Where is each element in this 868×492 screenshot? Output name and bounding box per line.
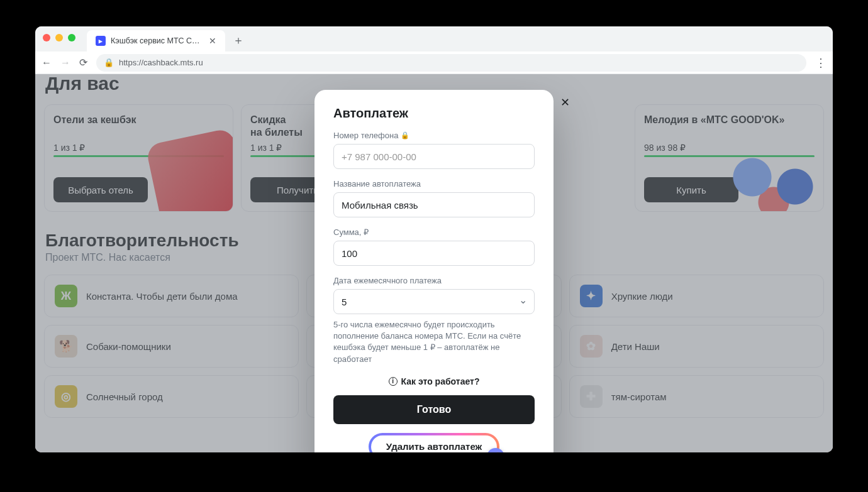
charity-name: Собаки-помощники — [86, 341, 171, 352]
browser-tab[interactable]: ▸ Кэшбэк сервис МТС Cashback ✕ — [87, 30, 225, 52]
amount-label: Сумма, ₽ — [333, 227, 535, 237]
charity-card[interactable]: 🐕Собаки-помощники — [44, 325, 299, 368]
address-bar[interactable]: 🔒 https://cashback.mts.ru — [96, 54, 806, 72]
charity-logo-icon: ✦ — [580, 285, 603, 307]
new-tab-button[interactable]: ＋ — [233, 33, 244, 52]
url-text: https://cashback.mts.ru — [119, 58, 203, 67]
offer-artwork-icon — [720, 152, 824, 212]
charity-logo-icon: 🐕 — [55, 335, 77, 358]
charity-logo-icon: Ж — [55, 285, 77, 307]
browser-window: ▸ Кэшбэк сервис МТС Cashback ✕ ＋ ← → ⟳ 🔒… — [35, 26, 833, 452]
charity-card[interactable]: ✿Дети Наши — [569, 325, 824, 368]
tab-title: Кэшбэк сервис МТС Cashback — [111, 36, 204, 45]
date-field-group: Дата ежемесячного платежа 5-го числа еже… — [333, 276, 535, 365]
delete-autopayment-button[interactable]: Удалить автоплатеж — [371, 435, 497, 452]
date-label: Дата ежемесячного платежа — [333, 276, 535, 285]
amount-field-group: Сумма, ₽ — [333, 227, 535, 266]
minimize-window-icon[interactable] — [55, 34, 63, 41]
charity-name: Хрупкие люди — [611, 291, 673, 302]
tab-favicon-icon: ▸ — [96, 36, 106, 46]
close-window-icon[interactable] — [43, 34, 50, 41]
offer-artwork-icon — [145, 128, 233, 212]
date-select[interactable] — [333, 289, 535, 314]
delete-highlight: Удалить автоплатеж ☝ — [369, 433, 499, 452]
charity-logo-icon: ◎ — [55, 385, 77, 408]
charity-name: тям-сиротам — [611, 391, 667, 402]
offer-price: 98 из 98 ₽ — [644, 143, 815, 153]
phone-field-group: Номер телефона 🔒 — [333, 131, 535, 169]
offer-title: Мелодия в «МТС GOOD'OK» — [644, 114, 815, 139]
date-helper-text: 5-го числа ежемесячно будет происходить … — [333, 319, 535, 365]
phone-input — [333, 144, 535, 169]
charity-name: Солнечный город — [86, 391, 163, 402]
modal-close-button[interactable]: ✕ — [556, 94, 574, 111]
nav-forward-icon[interactable]: → — [60, 57, 70, 68]
submit-button[interactable]: Готово — [333, 395, 535, 424]
offer-cta-button[interactable]: Выбрать отель — [53, 177, 148, 202]
phone-label-text: Номер телефона — [333, 131, 398, 140]
autopayment-modal: ✕ Автоплатеж Номер телефона 🔒 Название а… — [314, 90, 554, 452]
name-field-group: Название автоплатежа — [333, 179, 535, 217]
charity-name: Дети Наши — [611, 341, 660, 352]
info-icon: i — [389, 377, 398, 386]
amount-input[interactable] — [333, 241, 535, 266]
charity-name: Константа. Чтобы дети были дома — [86, 291, 238, 302]
maximize-window-icon[interactable] — [68, 34, 75, 41]
charity-card[interactable]: ЖКонстанта. Чтобы дети были дома — [44, 275, 299, 317]
offer-card[interactable]: Отели за кешбэк 1 из 1 ₽ Выбрать отель — [44, 104, 233, 212]
charity-logo-icon: ✚ — [580, 385, 603, 408]
lock-icon: 🔒 — [104, 58, 114, 67]
how-it-works-link[interactable]: i Как это работает? — [333, 376, 535, 386]
autopayment-name-input[interactable] — [333, 192, 535, 217]
browser-toolbar: ← → ⟳ 🔒 https://cashback.mts.ru ⋮ — [35, 52, 833, 74]
phone-label: Номер телефона 🔒 — [333, 131, 535, 140]
charity-card[interactable]: ✦Хрупкие люди — [569, 275, 824, 317]
modal-title: Автоплатеж — [333, 106, 535, 121]
charity-logo-icon: ✿ — [580, 335, 603, 358]
charity-card[interactable]: ◎Солнечный город — [44, 375, 299, 418]
tab-close-icon[interactable]: ✕ — [209, 36, 216, 45]
traffic-lights — [43, 26, 75, 52]
lock-icon: 🔒 — [401, 131, 409, 139]
reload-icon[interactable]: ⟳ — [79, 57, 87, 68]
nav-back-icon[interactable]: ← — [42, 57, 52, 68]
name-label: Название автоплатежа — [333, 179, 535, 189]
how-it-works-label: Как это работает? — [401, 376, 480, 386]
browser-titlebar: ▸ Кэшбэк сервис МТС Cashback ✕ ＋ — [35, 26, 833, 52]
offer-card[interactable]: Мелодия в «МТС GOOD'OK» 98 из 98 ₽ Купит… — [635, 104, 824, 212]
charity-card[interactable]: ✚тям-сиротам — [569, 375, 824, 418]
page-viewport: Для вас Отели за кешбэк 1 из 1 ₽ Выбрать… — [35, 74, 833, 452]
